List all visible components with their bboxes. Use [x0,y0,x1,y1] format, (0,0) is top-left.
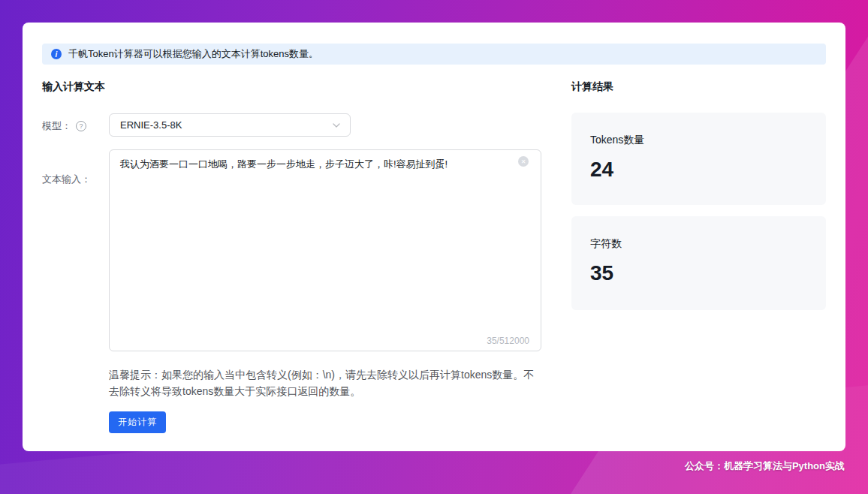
watermark-text: 公众号：机器学习算法与Python实战 [685,459,845,473]
token-calculator-panel: i 千帆Token计算器可以根据您输入的文本计算tokens数量。 输入计算文本… [23,23,845,451]
calculate-button[interactable]: 开始计算 [109,411,166,433]
tip-text: 温馨提示：如果您的输入当中包含转义(例如：\n)，请先去除转义以后再计算toke… [109,366,540,399]
tokens-count-value: 24 [590,158,807,182]
question-circle-icon[interactable]: ? [76,121,86,131]
char-count-label: 字符数 [590,237,807,251]
info-icon: i [51,49,62,59]
text-input-wrapper: 我认为酒要一口一口地喝，路要一步一步地走，步子迈大了，咔!容易扯到蛋! ✕ 35… [109,149,541,351]
text-input-label: 文本输入： [42,173,91,186]
char-count-value: 35 [590,261,807,285]
model-label: 模型： ? [42,119,86,133]
results-section-title: 计算结果 [571,80,613,94]
model-selected-value: ERNIE-3.5-8K [120,119,182,131]
chars-result-card: 字符数 35 [571,216,826,310]
tokens-result-card: Tokens数量 24 [571,113,826,205]
input-section-title: 输入计算文本 [42,80,105,94]
clear-input-icon[interactable]: ✕ [518,156,529,167]
info-banner: i 千帆Token计算器可以根据您输入的文本计算tokens数量。 [42,44,826,65]
chevron-down-icon [332,121,341,130]
char-count: 35/512000 [487,336,529,346]
model-select[interactable]: ERNIE-3.5-8K [109,113,351,137]
tokens-count-label: Tokens数量 [590,134,807,147]
text-input[interactable]: 我认为酒要一口一口地喝，路要一步一步地走，步子迈大了，咔!容易扯到蛋! [109,149,541,351]
info-banner-text: 千帆Token计算器可以根据您输入的文本计算tokens数量。 [68,47,318,61]
